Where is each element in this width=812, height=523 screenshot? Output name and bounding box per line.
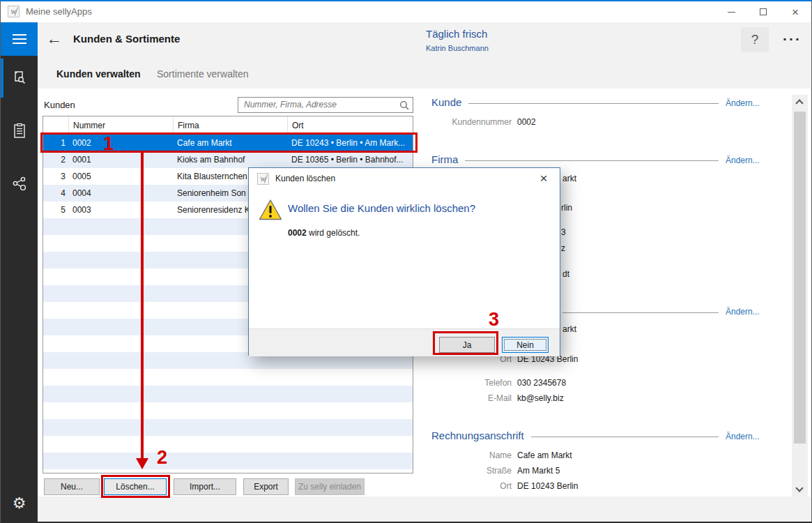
dialog-message: Wollen Sie die Kunden wirklich löschen?: [288, 202, 475, 214]
table-cell: [287, 369, 413, 386]
nein-button[interactable]: Nein: [502, 337, 549, 353]
field-email: E-Mail kb@selly.biz: [419, 393, 564, 403]
sidebar-item-settings[interactable]: ⚙: [1, 484, 38, 523]
table-row-empty[interactable]: [43, 436, 413, 453]
sidebar-item-share[interactable]: [1, 164, 38, 203]
table-row-empty[interactable]: [43, 453, 413, 469]
table-row[interactable]: 10002Cafe am MarktDE 10243 • Berlin • Am…: [43, 135, 413, 151]
magnifier-icon: [399, 100, 409, 110]
scroll-down-icon[interactable]: [795, 484, 803, 492]
field-value: 0002: [517, 117, 536, 127]
col-ort[interactable]: Ort: [287, 116, 413, 134]
customers-search-icon: [10, 69, 29, 87]
table-cell: [43, 268, 68, 285]
divider: [531, 437, 719, 437]
hamburger-menu-icon: [13, 34, 26, 36]
table-row-empty[interactable]: [43, 419, 413, 436]
table-cell: 4: [43, 185, 68, 202]
ja-button[interactable]: Ja: [439, 337, 495, 353]
back-arrow-icon[interactable]: ←: [46, 29, 62, 48]
table-cell: [43, 235, 68, 252]
sidebar-item-orders[interactable]: [1, 112, 38, 151]
table-cell: 0003: [68, 202, 173, 218]
close-button[interactable]: ×: [779, 1, 811, 22]
help-icon: ?: [751, 32, 759, 47]
table-cell: [287, 453, 413, 469]
field-value: 030 2345678: [517, 378, 566, 388]
field-rechnung-name: Name Cafe am Markt: [419, 450, 572, 460]
table-cell: [68, 285, 173, 302]
table-cell: [173, 369, 287, 386]
occluded-text-fragment: arkt: [562, 324, 576, 334]
table-row-empty[interactable]: [43, 386, 413, 402]
table-cell: [43, 285, 68, 302]
firma-aendern-link[interactable]: Ändern...: [726, 156, 760, 165]
occluded-text-fragment: z: [561, 243, 565, 253]
col-nummer[interactable]: Nummer: [68, 116, 173, 134]
table-cell: 1: [43, 135, 68, 151]
dialog-close-button[interactable]: ×: [533, 170, 554, 187]
export-button[interactable]: Export: [243, 478, 289, 495]
dialog-detail-text: wird gelöscht.: [307, 228, 360, 238]
col-firma[interactable]: Firma: [173, 116, 287, 134]
col-rownum[interactable]: [43, 116, 68, 134]
table-row-empty[interactable]: [43, 469, 413, 473]
settings-gear-icon: ⚙: [13, 494, 26, 513]
field-kundennummer: Kundennummer 0002: [419, 117, 536, 127]
table-cell: [287, 402, 413, 419]
app-window: w Meine sellyApps ×: [0, 0, 812, 523]
sidebar-item-customers[interactable]: [1, 59, 38, 98]
table-row-empty[interactable]: [43, 369, 413, 386]
divider: [468, 103, 719, 104]
table-cell: [43, 386, 68, 402]
table-cell: [68, 319, 173, 335]
table-cell: [43, 453, 68, 469]
table-cell: [173, 419, 287, 436]
customer-table-header: Nummer Firma Ort: [43, 116, 413, 135]
table-cell: [43, 469, 68, 473]
table-cell: [68, 335, 173, 352]
maximize-button[interactable]: [747, 1, 779, 22]
more-menu-button[interactable]: ···: [783, 31, 802, 47]
table-row[interactable]: 20001Kioks am BahnhofDE 10365 • Berlin •…: [43, 151, 413, 168]
table-cell: [173, 453, 287, 469]
table-cell: [68, 419, 173, 436]
section-kunde: Kunde: [431, 96, 719, 108]
table-cell: [43, 252, 68, 268]
rechnungsanschrift-aendern-link[interactable]: Ändern...: [726, 432, 760, 441]
minimize-button[interactable]: [715, 1, 747, 22]
vertical-scrollbar[interactable]: [792, 95, 808, 497]
help-button[interactable]: ?: [741, 27, 769, 52]
ansprechpartner-aendern-link[interactable]: Ändern...: [726, 307, 760, 317]
import-button[interactable]: Import...: [174, 478, 236, 495]
occluded-text-fragment: 3: [561, 227, 566, 237]
dialog-footer: Ja Nein: [249, 328, 560, 356]
table-cell: [43, 335, 68, 352]
occluded-text-fragment: arkt: [562, 174, 576, 183]
scroll-up-icon[interactable]: [795, 99, 803, 107]
tab-sortimente-verwalten[interactable]: Sortimente verwalten: [157, 68, 249, 79]
table-cell: [68, 402, 173, 419]
table-cell: [68, 453, 173, 469]
table-cell: Kioks am Bahnhof: [173, 151, 287, 168]
loeschen-button[interactable]: Löschen...: [104, 478, 167, 495]
hamburger-menu-button[interactable]: [1, 22, 38, 56]
tab-kunden-verwalten[interactable]: Kunden verwalten: [56, 68, 141, 79]
customers-panel-label: Kunden: [44, 100, 75, 110]
divider: [465, 160, 719, 161]
section-rechnungsanschrift-heading: Rechnungsanschrift: [431, 430, 524, 441]
kunde-aendern-link[interactable]: Ändern...: [726, 98, 760, 108]
table-cell: 5: [43, 202, 68, 218]
table-row-empty[interactable]: [43, 402, 413, 419]
neu-button[interactable]: Neu...: [44, 478, 100, 495]
scrollbar-thumb[interactable]: [794, 112, 806, 444]
account-user: Katrin Buschmann: [426, 44, 489, 52]
occluded-text-fragment: dt: [562, 269, 569, 279]
table-cell: [43, 436, 68, 453]
dialog-detail: 0002 wird gelöscht.: [288, 228, 360, 238]
table-cell: [68, 469, 173, 473]
field-value: Cafe am Markt: [517, 450, 572, 460]
account-name: Täglich frisch: [426, 28, 487, 40]
search-input[interactable]: [243, 99, 392, 110]
table-cell: [43, 402, 68, 419]
